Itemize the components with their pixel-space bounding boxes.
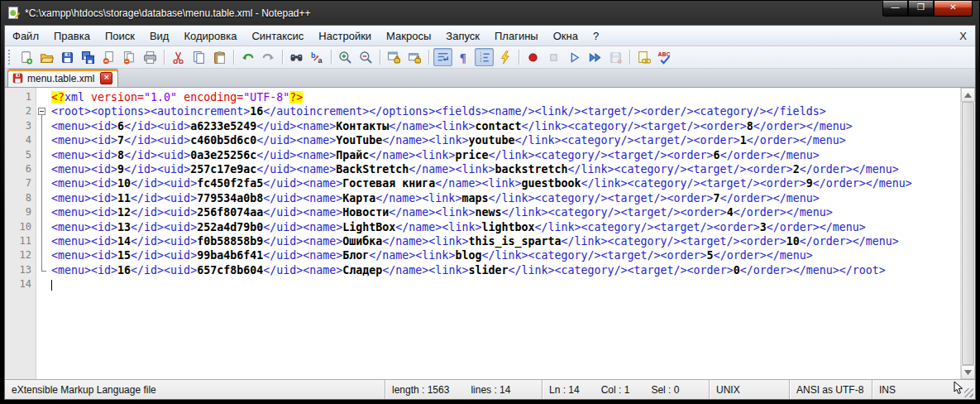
close-all-icon[interactable] (120, 48, 139, 66)
code-line: <menu><id>11</id><uid>779534a0b8</uid><n… (51, 191, 960, 205)
fold-collapse-icon[interactable] (38, 108, 45, 115)
scroll-down-arrow-icon[interactable] (961, 365, 975, 379)
toolbar-separator (164, 50, 165, 65)
redo-icon[interactable] (259, 48, 278, 66)
spell-check-icon[interactable]: ABC (655, 48, 674, 66)
line-number: 10 (5, 220, 31, 234)
show-indent-guide-icon[interactable] (475, 48, 494, 66)
macro-stop-icon (544, 48, 563, 66)
menu-item-синтаксис[interactable]: Синтаксис (244, 26, 311, 46)
replace-icon[interactable]: ba (308, 48, 327, 66)
scrollbar-thumb[interactable] (962, 102, 974, 365)
line-number: 5 (5, 148, 31, 162)
mouse-cursor (954, 381, 963, 397)
menu-item-запуск[interactable]: Запуск (438, 26, 487, 46)
toolbar-separator (629, 50, 630, 65)
close-file-icon[interactable] (99, 48, 118, 66)
copy-icon[interactable] (189, 48, 208, 66)
minimize-button[interactable]: — (882, 1, 908, 17)
toolbar-separator (233, 50, 234, 65)
code-line: <menu><id>10</id><uid>fc450f2fa5</uid><n… (51, 176, 960, 190)
code-line: <menu><id>15</id><uid>99ba4b6f41</uid><n… (51, 248, 960, 262)
new-file-icon[interactable] (17, 48, 36, 66)
menu-item-макросы[interactable]: Макросы (379, 26, 438, 46)
svg-text:¶: ¶ (460, 50, 466, 64)
code-line: <menu><id>13</id><uid>252a4d79b0</uid><n… (51, 220, 960, 234)
zoom-in-icon[interactable] (336, 48, 355, 66)
notepadpp-app-icon (7, 7, 21, 20)
menu-item-правка[interactable]: Правка (46, 26, 98, 46)
maximize-button[interactable]: ❐ (908, 1, 934, 17)
code-line (51, 277, 960, 291)
fold-margin-row (36, 90, 49, 104)
scroll-up-arrow-icon[interactable] (961, 88, 975, 102)
svg-text:a: a (318, 56, 323, 65)
show-all-characters-icon[interactable]: ¶ (454, 48, 473, 66)
sync-vertical-scroll-icon[interactable] (385, 48, 404, 66)
line-number: 4 (5, 133, 31, 147)
text-caret (51, 280, 52, 291)
print-icon[interactable] (141, 48, 160, 66)
menu-item-поиск[interactable]: Поиск (98, 26, 142, 46)
code-line: <?xml version="1.0" encoding="UTF-8"?> (51, 90, 960, 104)
vertical-scrollbar[interactable] (960, 88, 975, 379)
word-wrap-icon[interactable] (433, 48, 452, 66)
toolbar-grip[interactable] (8, 50, 12, 65)
fold-margin-row (36, 277, 49, 291)
toolbar-separator (380, 50, 380, 65)
zoom-out-icon[interactable] (356, 48, 375, 66)
status-length: length : 1563 (392, 384, 449, 396)
menu-item-[interactable]: ? (586, 26, 606, 46)
toolbar-separator (331, 50, 332, 65)
menu-bar-spacer (606, 26, 951, 46)
code-line: <menu><id>7</id><uid>c460b5d6c0</uid><na… (51, 133, 960, 147)
line-number: 14 (5, 277, 31, 291)
menu-item-вид[interactable]: Вид (142, 26, 177, 46)
line-number: 2 (5, 104, 31, 118)
title-bar[interactable]: *C:\xampp\htdocs\storage\database\menu.t… (4, 1, 976, 25)
fold-margin-row (36, 234, 49, 248)
tab-close-icon[interactable]: ✕ (100, 72, 112, 84)
toolbar-separator (519, 50, 519, 65)
sync-horizontal-scroll-icon[interactable] (405, 48, 424, 66)
toolbar-separator (282, 50, 283, 65)
macro-record-icon[interactable] (523, 48, 543, 66)
menu-item-плагины[interactable]: Плагины (487, 26, 546, 46)
line-number-margin: 1234567891011121314 (5, 88, 36, 379)
document-close-x[interactable]: X (951, 26, 975, 46)
macro-run-multiple-icon[interactable] (586, 48, 605, 66)
tab-bar: menu.table.xml ✕ (5, 69, 975, 88)
svg-text:b: b (311, 50, 316, 59)
undo-icon[interactable] (238, 48, 257, 66)
fold-margin-row (36, 104, 49, 118)
menu-item-файл[interactable]: Файл (5, 26, 46, 46)
toolbar: ba¶ABC (5, 46, 975, 69)
doc-link-icon[interactable] (634, 48, 653, 66)
macro-play-icon[interactable] (565, 48, 584, 66)
save-file-icon[interactable] (58, 48, 77, 66)
resize-grip[interactable] (963, 387, 974, 398)
menu-item-кодировка[interactable]: Кодировка (176, 26, 244, 46)
line-number: 13 (5, 263, 31, 277)
status-lines: lines : 14 (471, 384, 510, 396)
function-completion-icon[interactable] (495, 48, 514, 66)
editor-area[interactable]: 1234567891011121314 <?xml version="1.0" … (5, 88, 975, 379)
paste-icon[interactable] (210, 48, 229, 66)
open-file-icon[interactable] (37, 48, 56, 66)
cut-icon[interactable] (169, 48, 188, 66)
line-number: 9 (5, 205, 31, 219)
status-bar: eXtensible Markup Language file length :… (5, 379, 975, 399)
code-line: <menu><id>6</id><uid>a6233e5249</uid><na… (51, 119, 960, 133)
code-line: <menu><id>8</id><uid>0a3e25256c</uid><na… (51, 148, 960, 162)
tab-menu-table-xml[interactable]: menu.table.xml ✕ (7, 69, 118, 87)
scrollbar-track[interactable] (961, 102, 975, 365)
find-icon[interactable] (287, 48, 306, 66)
menu-item-настройки[interactable]: Настройки (311, 26, 379, 46)
status-encoding: ANSI as UTF-8 (790, 380, 872, 399)
save-all-icon[interactable] (79, 48, 98, 66)
toolbar-separator (428, 50, 429, 65)
line-number: 3 (5, 119, 31, 133)
notepadpp-window: *C:\xampp\htdocs\storage\database\menu.t… (0, 0, 980, 404)
menu-item-окна[interactable]: Окна (546, 26, 586, 46)
close-button[interactable]: ✕ (934, 1, 973, 17)
